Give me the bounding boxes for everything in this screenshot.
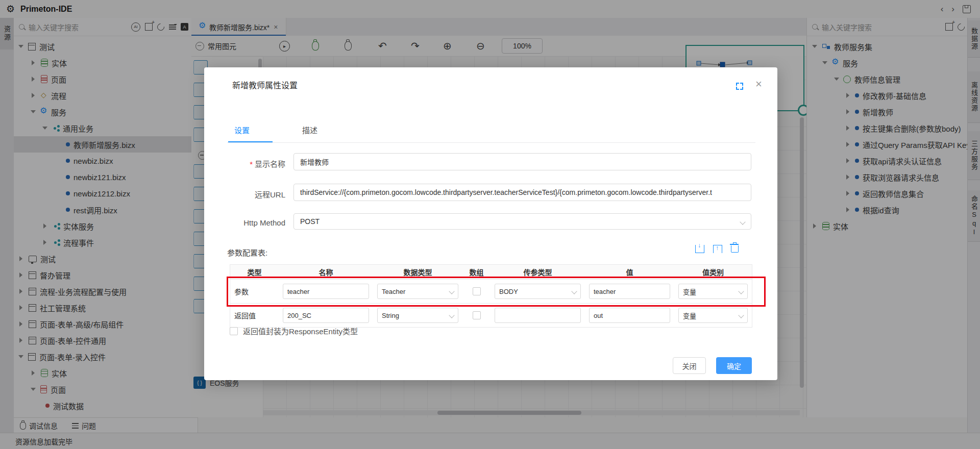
param-type-cell: 返回值 [230, 304, 279, 327]
param-table-title: 参数配置表: [227, 247, 267, 258]
tab-divider [227, 142, 755, 143]
insert-row-above-icon[interactable] [713, 245, 722, 253]
primeton-ide-window: ⚙ Primeton-IDE ‹ › 资源 输入关键字搜索 AI A [0, 0, 980, 449]
display-name-label: *显示名称 [206, 158, 285, 169]
wrap-response-entity-checkbox[interactable] [230, 327, 238, 335]
array-checkbox[interactable] [473, 311, 481, 319]
chevron-down-icon [740, 219, 745, 224]
remote-url-label: 远程URL [206, 189, 285, 199]
highlighted-row-marker [227, 277, 766, 307]
value-input[interactable]: out [589, 308, 670, 323]
close-icon[interactable]: × [755, 79, 762, 90]
wrap-response-entity-label: 返回值封装为ResponseEntity类型 [243, 326, 358, 336]
chevron-down-icon [449, 312, 454, 318]
display-name-input[interactable]: 新增教师 [293, 153, 751, 170]
chevron-down-icon [738, 312, 744, 318]
close-button[interactable]: 关闭 [673, 357, 706, 374]
data-type-select[interactable]: String [377, 308, 458, 323]
value-kind-select[interactable]: 变量 [678, 308, 748, 323]
teacher-properties-dialog: 新增教师属性设置 × 设置 描述 *显示名称 新增教师 远程URL thirdS… [204, 67, 777, 380]
http-method-label: Http Method [206, 218, 285, 227]
param-name-input[interactable]: 200_SC [283, 308, 369, 323]
param-row-return: 返回值 200_SC String out 变量 [230, 304, 752, 328]
remote-url-input[interactable]: thirdService://{com.primeton.gocom.lowco… [293, 184, 751, 201]
insert-row-below-icon[interactable] [695, 245, 704, 253]
fullscreen-icon[interactable] [736, 83, 743, 90]
tab-settings[interactable]: 设置 [227, 120, 257, 139]
dialog-title: 新增教师属性设置 [232, 79, 298, 91]
http-method-select[interactable]: POST [293, 213, 751, 230]
tab-description[interactable]: 描述 [295, 120, 325, 139]
param-kind-input[interactable] [495, 308, 581, 323]
confirm-button[interactable]: 确定 [716, 357, 752, 374]
wrap-response-entity-row: 返回值封装为ResponseEntity类型 [230, 326, 358, 336]
delete-row-icon[interactable] [731, 245, 739, 253]
